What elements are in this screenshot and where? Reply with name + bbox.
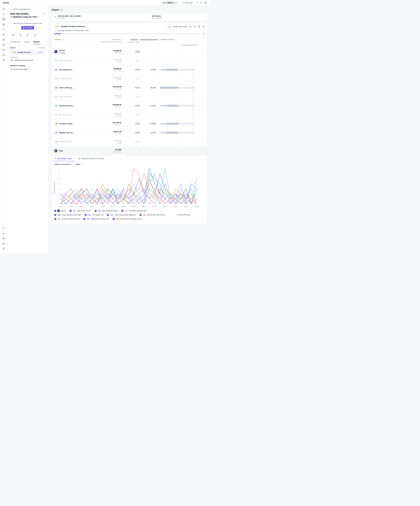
tab-expected-improvement-graph[interactable]: Expected Improvement Graph [79,158,104,161]
account-selector[interactable]: Inne #996036 [162,1,179,5]
row-menu-icon[interactable]: ⋮ [201,140,205,143]
legend-item[interactable]: V1 Dein erstes inne-Kit [70,209,91,212]
row-menu-icon[interactable]: ⋮ [201,50,205,53]
variation-name[interactable]: Erste Lieferung: ... [59,87,74,89]
legend-checkbox[interactable] [54,214,56,216]
row-menu-icon[interactable]: ⋮ [201,113,205,116]
need-help-button[interactable]: Need Help? [181,1,194,5]
legend-item[interactable]: V2 Das erhältst Du zuerst [95,209,118,212]
email-icon[interactable] [17,33,24,37]
help-icon[interactable] [198,44,199,46]
tab-date-range-graph[interactable]: Date Range Graph [54,158,75,161]
metric-title[interactable]: Shopify Purchase Revenue [61,25,85,28]
pie-chart-icon[interactable] [194,26,196,28]
variation-name[interactable]: Total [59,150,63,152]
notifications-bell-icon[interactable] [200,2,202,4]
rail-calendar-icon[interactable] [1,58,6,62]
variation-name[interactable]: Deine Hormonre... [59,105,74,107]
legend-item[interactable]: C Control [54,209,66,212]
row-menu-icon[interactable]: ⋮ [201,131,205,134]
rail-branch-icon[interactable] [1,27,6,32]
variation-name[interactable]: Das erhältst Du ... [59,69,74,71]
variation-name[interactable]: In Deiner ersten... [59,123,73,125]
user-avatar[interactable] [204,1,207,5]
tab-configuration[interactable]: Configuration [10,40,21,44]
variation-name[interactable]: Control [59,49,66,52]
legend-checkbox[interactable] [121,210,123,212]
back-to-campaigns-link[interactable]: Back to campaigns list [10,8,45,10]
primary-metric-item[interactable]: ☆ M1 Shopify Purchas... Primary [10,50,45,55]
row-menu-icon[interactable]: ⋮ [201,104,205,107]
chart-metric-select[interactable]: Unique Conversions [54,163,72,165]
legend-item[interactable]: V5 inne-Starter-Set [85,214,103,216]
unarchive-button[interactable]: Unarchive [21,26,34,30]
tab-reports[interactable]: Reports [33,40,40,44]
legend-item[interactable]: V8 In Deiner ersten inne-Box [54,218,80,220]
visitor-segment-filter[interactable]: All Visitors Visitor Segments [150,13,207,21]
session-recordings-item[interactable]: Session Recordings [10,68,45,70]
variation-name[interactable]: Beginne das Tra... [59,132,74,134]
legend-checkbox[interactable] [85,214,87,216]
help-icon[interactable] [138,39,140,41]
copy-icon[interactable] [174,2,175,4]
edit-title-icon[interactable] [43,13,45,14]
history-clock-icon[interactable] [32,33,38,37]
duplicate-icon[interactable] [25,33,31,37]
legend-checkbox[interactable] [83,218,85,220]
rail-page-editor-icon[interactable] [1,32,6,37]
row-menu-icon[interactable]: ⋮ [201,68,205,71]
legend-checkbox[interactable] [95,210,97,212]
variation-name[interactable]: Deine erste Lief... [60,141,73,143]
rail-lab-flask-icon[interactable] [1,12,6,17]
legend-item[interactable]: V9 Beginne das Tracking mit: [83,218,109,220]
rail-dashboard-icon[interactable] [1,7,6,11]
variation-name[interactable]: Box für den erst... [59,114,73,116]
rail-deploy-target-icon[interactable] [1,43,6,47]
secondary-metric-item[interactable]: M2 Shopify Checkout Started [10,59,45,61]
rail-ab-testing-icon[interactable] [1,17,6,22]
open-book-icon[interactable] [198,26,200,28]
legend-checkbox[interactable] [113,218,115,220]
row-menu-icon[interactable]: ⋮ [201,86,205,89]
in-depth-toggle[interactable] [167,26,171,28]
share-report-icon[interactable] [60,9,63,11]
legend-checkbox[interactable] [70,210,71,212]
variations-filter-icon[interactable] [62,39,64,40]
legend-checkbox[interactable] [107,214,109,216]
row-menu-icon[interactable]: ⋮ [201,149,205,153]
rail-settings-sliders-icon[interactable] [1,236,6,241]
variation-name[interactable]: inne-Starter-Set [59,96,71,98]
variation-name[interactable]: Komplettes Star... [59,78,73,80]
row-menu-icon[interactable]: ⋮ [201,95,205,98]
rail-data-icon[interactable] [1,37,6,42]
rail-plans-icon[interactable] [1,53,6,57]
chart-granularity-select[interactable]: Daily [76,163,82,165]
compare-link[interactable]: Compare [39,47,45,49]
more-options-icon[interactable] [39,33,45,37]
legend-checkbox[interactable] [140,214,142,216]
legend-item[interactable]: V4 Erste Lieferung: Alles dabei [54,214,81,216]
progress-bell-icon[interactable] [203,33,205,35]
help-icon[interactable] [120,39,121,40]
rail-integrations-icon[interactable] [1,231,6,236]
tab-review[interactable]: Review [24,40,30,44]
rail-browser-icon[interactable] [1,48,6,52]
help-icon[interactable] [73,158,75,159]
rail-docs-book-icon[interactable] [1,246,6,251]
rail-apps-grid-icon[interactable] [1,22,6,27]
legend-item[interactable]: V10 Deine erste Lieferung von inne [113,218,142,220]
variation-name[interactable]: Dein erstes inne... [59,60,73,62]
legend-checkbox[interactable] [54,218,56,220]
rail-billing-icon[interactable] [1,241,6,246]
help-icon[interactable] [158,39,160,41]
activity-pulse-icon[interactable] [196,2,199,4]
row-menu-icon[interactable]: ⋮ [201,77,205,80]
help-icon[interactable] [174,39,176,40]
row-menu-icon[interactable]: ⋮ [201,122,205,125]
date-filter[interactable]: Oct 29, 2025 - Nov 24, 2025 Date Filter [52,13,150,21]
archive-icon[interactable] [10,33,16,37]
health-heart-icon[interactable] [189,26,192,28]
legend-item[interactable]: V3 Komplettes Starter-Paket [121,209,147,212]
rail-feedback-icon[interactable] [1,226,6,231]
legend-item[interactable]: V7 Box für den ersten Monat [140,214,165,216]
